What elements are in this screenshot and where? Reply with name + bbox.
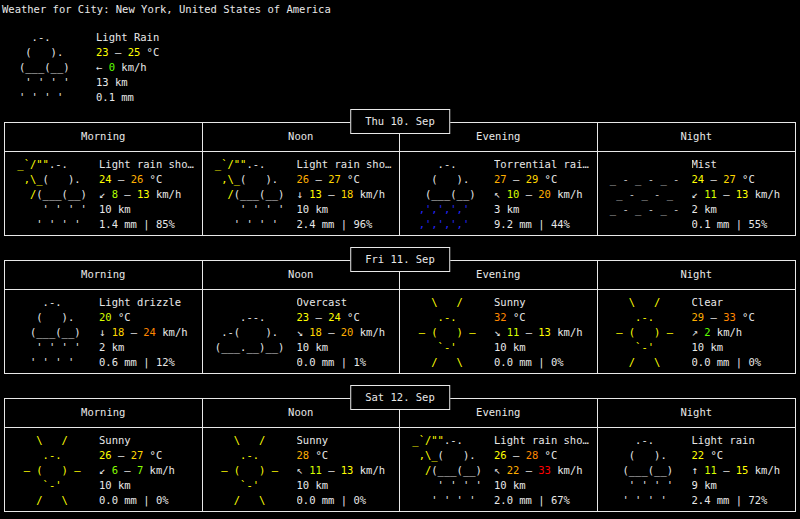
column-header-morning: Morning	[5, 399, 203, 427]
forecast-cell: \ / .-. – ( ) – `-' / \ Sunny28 °C↖ 11 –…	[203, 428, 401, 511]
condition-text: Sunny	[297, 433, 400, 448]
forecast-cell-row: \ / .-. – ( ) – `-' / \ Sunny26 – 27 °C↙…	[5, 428, 795, 511]
condition-text: Torrential rai…	[494, 157, 597, 172]
overcast-cloud-icon: .--. .-( ). (___.__)__)	[209, 295, 297, 370]
forecast-day: Sat 12. SepMorningNoonEveningNight \ / .…	[4, 398, 796, 512]
precipitation-line: 0.6 mm | 12%	[99, 355, 202, 370]
forecast-table: MorningNoonEveningNight _`/"".-. ,\_( ).…	[4, 122, 796, 236]
sun-icon: \ / .-. – ( ) – `-' / \	[11, 433, 99, 508]
precipitation-line: 0.0 mm | 0%	[297, 493, 400, 508]
day-title-box: Sat 12. Sep	[350, 385, 450, 410]
temperature-line: 29 – 33 °C	[692, 310, 796, 325]
sun-icon: \ / .-. – ( ) – `-' / \	[604, 295, 692, 370]
light-rain-shower-icon: _`/"".-. ,\_( ). /(___(__) ' ' ' ' ' ' '…	[406, 433, 494, 508]
current-conditions: .-. ( ). (___(__) ' ' ' ' ' ' ' ' Light …	[0, 30, 800, 105]
forecast-cell: .-. ( ). (___(__) ' ' ' ' ' ' ' 'Light r…	[598, 428, 796, 511]
condition-text: Light drizzle	[99, 295, 202, 310]
visibility-line: 3 km	[494, 202, 597, 217]
condition-text: Light rain sho…	[494, 433, 597, 448]
forecast-table: MorningNoonEveningNight \ / .-. – ( ) – …	[4, 398, 796, 512]
temperature-line: 22 °C	[692, 448, 796, 463]
wind-line: ↖ 22 – 33 km/h	[494, 463, 597, 478]
day-title-box: Thu 10. Sep	[350, 109, 450, 134]
precipitation-line: 0.0 mm | 0%	[692, 355, 796, 370]
precipitation-line: 2.0 mm | 67%	[494, 493, 597, 508]
condition-text: Light rain sho…	[99, 157, 202, 172]
forecast-table: MorningNoonEveningNight .-. ( ). (___(__…	[4, 260, 796, 374]
forecast-days: Thu 10. SepMorningNoonEveningNight _`/""…	[0, 122, 800, 512]
visibility-line: 13 km	[96, 75, 159, 90]
visibility-line: 10 km	[494, 340, 597, 355]
forecast-cell: .-. ( ). (___(__) ' ' ' ' ' ' ' 'Light d…	[5, 290, 203, 373]
temperature-line: 23 – 25 °C	[96, 45, 159, 60]
forecast-details: Sunny28 °C↖ 11 – 13 km/h10 km0.0 mm | 0%	[297, 433, 400, 508]
light-rain-shower-icon: _`/"".-. ,\_( ). /(___(__) ' ' ' ' ' ' '…	[209, 157, 297, 232]
precipitation-line: 2.4 mm | 72%	[692, 493, 796, 508]
wind-line: ↙ 11 – 13 km/h	[692, 187, 796, 202]
forecast-cell-row: .-. ( ). (___(__) ' ' ' ' ' ' ' 'Light d…	[5, 290, 795, 373]
current-conditions-details: Light Rain23 – 25 °C← 0 km/h13 km0.1 mm	[96, 30, 159, 105]
forecast-details: Sunny32 °C↘ 11 – 13 km/h10 km0.0 mm | 0%	[494, 295, 597, 370]
forecast-details: Light rain sho…24 – 26 °C↙ 8 – 13 km/h10…	[99, 157, 202, 232]
wind-line: ← 0 km/h	[96, 60, 159, 75]
forecast-details: Clear29 – 33 °C↗ 2 km/h10 km0.0 mm | 0%	[692, 295, 796, 370]
forecast-cell: \ / .-. – ( ) – `-' / \ Sunny32 °C↘ 11 –…	[400, 290, 598, 373]
condition-text: Light rain	[692, 433, 796, 448]
visibility-line: 10 km	[99, 478, 202, 493]
forecast-details: Mist24 – 27 °C↙ 11 – 13 km/h2 km0.1 mm |…	[692, 157, 796, 232]
condition-text: Sunny	[494, 295, 597, 310]
precipitation-line: 0.1 mm | 55%	[692, 217, 796, 232]
page-title: Weather for City: New York, United State…	[0, 0, 800, 17]
column-header-night: Night	[598, 261, 796, 289]
mist-icon: _ - _ - _ - _ - _ - _ _ - _ - _ -	[604, 157, 692, 232]
light-rain-icon: .-. ( ). (___(__) ' ' ' ' ' ' ' '	[0, 30, 96, 105]
visibility-line: 10 km	[692, 340, 796, 355]
condition-text: Light rain sho…	[297, 157, 400, 172]
temperature-line: 26 – 27 °C	[297, 172, 400, 187]
visibility-line: 10 km	[297, 478, 400, 493]
wind-line: ↗ 2 km/h	[692, 325, 796, 340]
condition-text: Clear	[692, 295, 796, 310]
terminal-screen: Weather for City: New York, United State…	[0, 0, 800, 512]
forecast-details: Light rain22 °C↑ 11 – 15 km/h9 km2.4 mm …	[692, 433, 796, 508]
condition-text: Light Rain	[96, 30, 159, 45]
forecast-details: Torrential rai…27 – 29 °C↖ 10 – 20 km/h3…	[494, 157, 597, 232]
temperature-line: 32 °C	[494, 310, 597, 325]
day-title: Sat 12. Sep	[365, 391, 435, 403]
temperature-line: 28 °C	[297, 448, 400, 463]
visibility-line: 9 km	[692, 478, 796, 493]
temperature-line: 24 – 27 °C	[692, 172, 796, 187]
forecast-cell: _`/"".-. ,\_( ). /(___(__) ' ' ' ' ' ' '…	[400, 428, 598, 511]
forecast-cell: \ / .-. – ( ) – `-' / \ Sunny26 – 27 °C↙…	[5, 428, 203, 511]
temperature-line: 27 – 29 °C	[494, 172, 597, 187]
precipitation-line: 0.0 mm | 0%	[494, 355, 597, 370]
wind-line: ↘ 11 – 13 km/h	[494, 325, 597, 340]
day-title-box: Fri 11. Sep	[350, 247, 450, 272]
forecast-details: Light drizzle20 °C↓ 18 – 24 km/h2 km0.6 …	[99, 295, 202, 370]
wind-line: ↓ 18 – 24 km/h	[99, 325, 202, 340]
sun-icon: \ / .-. – ( ) – `-' / \	[406, 295, 494, 370]
temperature-line: 23 – 24 °C	[297, 310, 400, 325]
forecast-details: Sunny26 – 27 °C↙ 6 – 7 km/h10 km0.0 mm |…	[99, 433, 202, 508]
forecast-cell: _`/"".-. ,\_( ). /(___(__) ' ' ' ' ' ' '…	[5, 152, 203, 235]
precipitation-line: 2.4 mm | 96%	[297, 217, 400, 232]
wind-line: ↑ 11 – 15 km/h	[692, 463, 796, 478]
wind-line: ↙ 8 – 13 km/h	[99, 187, 202, 202]
day-title: Thu 10. Sep	[365, 115, 435, 127]
forecast-details: Light rain sho…26 – 28 °C↖ 22 – 33 km/h1…	[494, 433, 597, 508]
column-header-morning: Morning	[5, 261, 203, 289]
visibility-line: 10 km	[494, 478, 597, 493]
column-header-morning: Morning	[5, 123, 203, 151]
visibility-line: 2 km	[99, 340, 202, 355]
forecast-day: Thu 10. SepMorningNoonEveningNight _`/""…	[4, 122, 796, 236]
heavy-rain-icon: .-. ( ). (___(__) ‚'‚'‚'‚' ‚'‚'‚'‚'	[406, 157, 494, 232]
forecast-details: Light rain sho…26 – 27 °C↓ 13 – 18 km/h1…	[297, 157, 400, 232]
forecast-cell-row: _`/"".-. ,\_( ). /(___(__) ' ' ' ' ' ' '…	[5, 152, 795, 235]
visibility-line: 10 km	[297, 340, 400, 355]
visibility-line: 10 km	[297, 202, 400, 217]
forecast-cell: _`/"".-. ,\_( ). /(___(__) ' ' ' ' ' ' '…	[203, 152, 401, 235]
precipitation-line: 1.4 mm | 85%	[99, 217, 202, 232]
wind-line: ↖ 10 – 20 km/h	[494, 187, 597, 202]
wind-line: ↙ 6 – 7 km/h	[99, 463, 202, 478]
precipitation-line: 0.0 mm | 1%	[297, 355, 400, 370]
